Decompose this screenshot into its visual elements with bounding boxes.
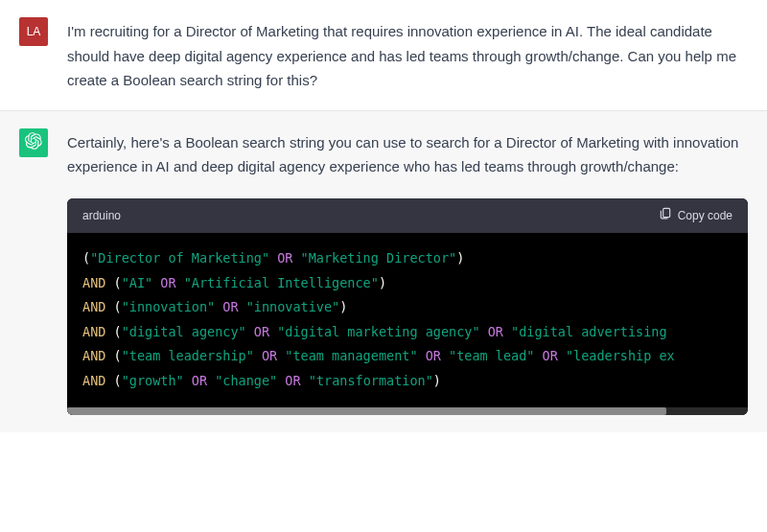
scrollbar-thumb[interactable] [67,407,666,415]
svg-rect-0 [662,208,669,217]
clipboard-icon [659,206,672,225]
code-line: AND ("growth" OR "change" OR "transforma… [82,369,732,394]
user-message: LA I'm recruiting for a Director of Mark… [0,0,767,111]
copy-code-label: Copy code [678,206,732,225]
code-language-label: arduino [82,206,121,225]
code-line: AND ("AI" OR "Artificial Intelligence") [82,271,732,296]
code-line: ("Director of Marketing" OR "Marketing D… [82,246,732,271]
user-avatar: LA [19,17,48,46]
code-block: arduino Copy code ("Director of Marketin… [67,198,748,415]
code-header: arduino Copy code [67,198,748,233]
user-message-text: I'm recruiting for a Director of Marketi… [67,17,748,93]
copy-code-button[interactable]: Copy code [659,206,732,225]
assistant-intro-text: Certainly, here's a Boolean search strin… [67,130,748,179]
code-line: AND ("digital agency" OR "digital market… [82,320,732,345]
assistant-avatar [19,128,48,157]
code-line: AND ("team leadership" OR "team manageme… [82,344,732,369]
user-avatar-initials: LA [27,25,41,38]
code-body[interactable]: ("Director of Marketing" OR "Marketing D… [67,233,748,407]
assistant-message: Certainly, here's a Boolean search strin… [0,111,767,432]
assistant-logo-icon [25,132,42,152]
code-line: AND ("innovation" OR "innovative") [82,295,732,320]
horizontal-scrollbar[interactable] [67,407,748,415]
assistant-content: Certainly, here's a Boolean search strin… [67,128,748,415]
